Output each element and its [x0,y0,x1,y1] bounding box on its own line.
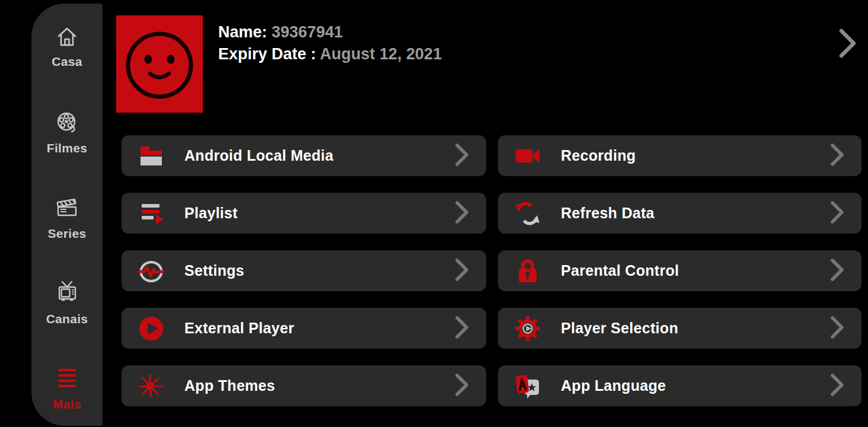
chevron-right-icon [829,257,846,285]
tile-app-language[interactable]: App Language [498,365,861,406]
tile-label: External Player [184,320,294,337]
lock-icon [515,258,541,284]
sidebar-item-casa[interactable]: Casa [31,25,103,69]
tile-recording[interactable]: Recording [498,135,861,176]
tile-refresh-data[interactable]: Refresh Data [498,193,861,234]
pulse-gauge-icon [138,258,164,284]
tile-label: Player Selection [561,320,678,337]
name-label: Name: [218,23,267,41]
film-reel-icon [54,110,80,138]
tv-icon [53,280,81,308]
sidebar-item-label: Filmes [47,141,87,155]
sidebar-item-series[interactable]: Series [31,196,103,241]
chevron-right-icon [454,200,471,227]
account-expiry-row: Expiry Date : August 12, 2021 [218,43,442,65]
sidebar-item-filmes[interactable]: Filmes [31,110,103,155]
tile-label: Playlist [184,205,238,222]
sidebar-item-mais[interactable]: Mais [31,367,103,412]
tile-label: App Language [561,377,666,394]
chevron-right-icon [829,142,846,170]
chevron-right-icon [829,315,846,342]
refresh-icon [515,200,541,227]
tile-app-themes[interactable]: App Themes [122,365,486,406]
tile-external-player[interactable]: External Player [122,308,486,349]
chevron-right-icon [454,142,471,170]
tile-settings[interactable]: Settings [122,250,486,291]
smiley-face-icon [116,15,203,113]
folder-icon [138,143,164,169]
sidebar-item-label: Casa [52,55,82,69]
sidebar-item-label: Mais [53,397,81,412]
chevron-right-icon [454,372,471,400]
video-camera-icon [515,143,541,169]
home-icon [54,25,80,51]
play-circle-icon [138,316,164,342]
tile-parental-control[interactable]: Parental Control [498,250,861,291]
tile-player-selection[interactable]: Player Selection [498,308,861,349]
sidebar-item-canais[interactable]: Canais [31,280,103,326]
sidebar-item-label: Canais [46,312,88,326]
tile-playlist[interactable]: Playlist [122,193,486,234]
avatar[interactable] [116,15,203,113]
tile-label: Refresh Data [561,205,655,222]
tile-label: Recording [561,147,636,164]
account-chevron-right-icon[interactable] [837,27,859,62]
name-value: 39367941 [272,23,343,41]
account-info: Name: 39367941 Expiry Date : August 12, … [218,21,442,65]
playlist-icon [138,200,164,227]
menu-icon [53,367,81,394]
sidebar: Casa Filmes [31,4,103,426]
chevron-right-icon [454,257,471,285]
expiry-value: August 12, 2021 [320,45,442,63]
chevron-right-icon [454,315,471,342]
translate-icon [515,373,541,399]
paint-splash-icon [138,373,164,399]
sidebar-item-label: Series [48,227,87,241]
tile-label: Settings [184,262,244,279]
tile-label: Parental Control [561,262,679,279]
chevron-right-icon [829,372,846,400]
chevron-right-icon [829,200,846,227]
tile-label: Android Local Media [184,147,334,164]
tile-label: App Themes [184,377,275,394]
menu-grid: Android Local Media Recording Playli [122,135,861,406]
account-name-row: Name: 39367941 [218,21,442,43]
expiry-label: Expiry Date : [218,45,316,63]
tile-android-local-media[interactable]: Android Local Media [122,135,486,176]
gear-play-icon [515,316,541,342]
clapperboard-icon [53,196,81,223]
